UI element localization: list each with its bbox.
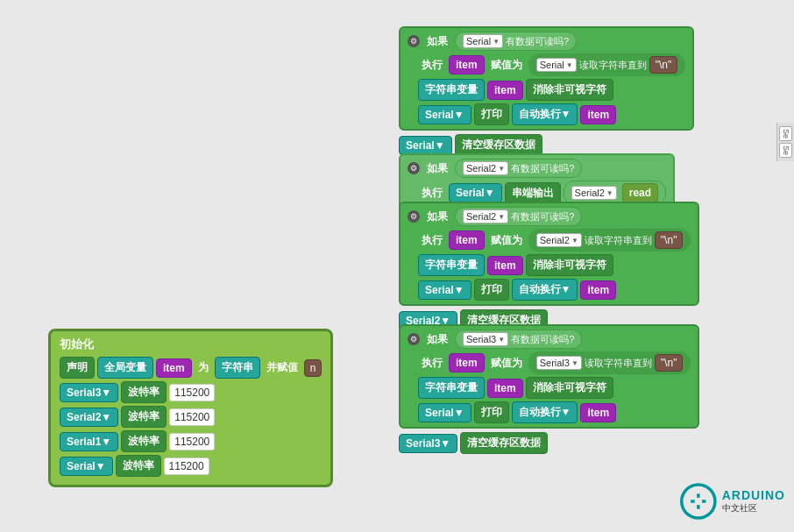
print-label-4: 打印	[474, 401, 509, 423]
if4-print-row: Serial▼ 打印 自动换行▼ item	[418, 401, 691, 423]
global-var-block[interactable]: 全局变量	[97, 357, 153, 379]
if4-condition-text: 有数据可读吗?	[511, 333, 574, 346]
item-assign-3: item	[449, 231, 485, 250]
if1-exec-row: 执行 item 赋值为 Serial 读取字符串直到 "\n"	[418, 53, 685, 76]
str-item-4: item	[487, 379, 523, 398]
if4-condition: Serial3 有数据可读吗?	[455, 330, 582, 349]
read-serial2-3[interactable]: Serial2	[536, 233, 582, 247]
gear-icon-3[interactable]: ⚙	[408, 210, 420, 223]
strip-4: 消除非可视字符	[526, 377, 613, 399]
logo-text: ARDUINO 中文社区	[722, 488, 785, 514]
if3-header: ⚙ 如果 Serial2 有数据可读吗?	[408, 207, 691, 226]
serial1-device[interactable]: Serial1▼	[60, 432, 118, 451]
baud-label-2: 波特率	[121, 406, 167, 428]
str-change-3: 字符串变量	[418, 254, 485, 276]
serial3-device[interactable]: Serial3▼	[60, 383, 118, 402]
print-serial-1[interactable]: Serial▼	[418, 105, 471, 124]
declare-block: 声明	[60, 357, 95, 379]
gear-icon-4[interactable]: ⚙	[408, 333, 420, 345]
if4-str-row: 字符串变量 item 消除非可视字符	[418, 377, 691, 399]
read-serial3-4[interactable]: Serial3	[536, 356, 582, 370]
if4-body: 执行 item 赋值为 Serial3 读取字符串直到 "\n" 字符串变量 i…	[408, 351, 691, 423]
if2-header: ⚙ 如果 Serial2 有数据可读吗?	[408, 159, 666, 178]
serial-row: Serial▼ 波特率 115200	[60, 455, 322, 477]
baud-value: 115200	[164, 458, 209, 475]
read-action-3: 读取字符串直到	[585, 234, 652, 247]
side-panel: Se Se	[776, 123, 794, 161]
if3-print-row: Serial▼ 打印 自动换行▼ item	[418, 279, 691, 301]
read-serial-1[interactable]: Serial	[536, 58, 577, 72]
clear-serial3-4[interactable]: Serial3▼	[399, 434, 457, 453]
if-label-3: 如果	[423, 208, 451, 226]
read-label-2: read	[622, 183, 658, 202]
as-label: 为	[195, 358, 212, 377]
if-block-1: ⚙ 如果 Serial 有数据可读吗? 执行 item 赋值为 Serial 读…	[399, 26, 694, 156]
str-change-4: 字符串变量	[418, 377, 485, 399]
serial-device[interactable]: Serial▼	[60, 457, 113, 476]
if-block-4: ⚙ 如果 Serial3 有数据可读吗? 执行 item 赋值为 Serial3…	[399, 324, 699, 454]
item-assign-1: item	[449, 55, 485, 74]
print-serial-4[interactable]: Serial▼	[418, 403, 471, 422]
serial2-dropdown-2[interactable]: Serial2	[571, 186, 617, 200]
if3-serial-dropdown[interactable]: Serial2	[463, 209, 508, 223]
serial3-row: Serial3▼ 波特率 115200	[60, 381, 322, 403]
auto-nl-1[interactable]: 自动换行▼	[512, 103, 578, 125]
read-action-4: 读取字符串直到	[585, 357, 652, 370]
serial1-row: Serial1▼ 波特率 115200	[60, 430, 322, 452]
assign-text-3: 赋值为	[487, 231, 526, 250]
side-btn-2[interactable]: Se	[779, 143, 792, 158]
clear-label-4: 清空缓存区数据	[460, 432, 548, 454]
svg-point-3	[694, 498, 702, 506]
assign-text-1: 赋值为	[487, 56, 526, 74]
exec-label-1: 执行	[418, 56, 446, 74]
if4-exec-row: 执行 item 赋值为 Serial3 读取字符串直到 "\n"	[418, 351, 691, 374]
gear-icon-1[interactable]: ⚙	[408, 35, 420, 47]
serial2-device[interactable]: Serial2▼	[60, 408, 118, 427]
print-serial-3[interactable]: Serial▼	[418, 280, 471, 300]
auto-nl-3[interactable]: 自动换行▼	[512, 279, 578, 301]
clear-serial-1[interactable]: Serial▼	[399, 136, 452, 155]
item-assign-4: item	[449, 353, 485, 372]
if3-exec-row: 执行 item 赋值为 Serial2 读取字符串直到 "\n"	[418, 229, 691, 252]
if3-condition-text: 有数据可读吗?	[511, 210, 574, 223]
print-item-4: item	[580, 403, 616, 422]
baud-label-3: 波特率	[121, 381, 167, 403]
str-item-3: item	[487, 256, 523, 275]
strip-3: 消除非可视字符	[526, 254, 613, 276]
if-label-4: 如果	[423, 330, 451, 349]
read-condition-4: Serial3 读取字符串直到 "\n"	[528, 351, 691, 374]
if4-clear-row: Serial3▼ 清空缓存区数据	[399, 432, 699, 454]
str-item-1: item	[487, 81, 523, 100]
delimiter-1: "\n"	[649, 56, 678, 74]
baud-value-1: 115200	[169, 433, 215, 450]
if2-serial-dropdown[interactable]: Serial2	[463, 161, 508, 175]
string-type-block[interactable]: 字符串	[215, 357, 260, 379]
gear-icon-2[interactable]: ⚙	[408, 162, 420, 174]
if1-print-row: Serial▼ 打印 自动换行▼ item	[418, 103, 685, 125]
delimiter-4: "\n"	[655, 354, 684, 372]
if4-serial-dropdown[interactable]: Serial3	[463, 332, 508, 346]
if-label-2: 如果	[423, 160, 451, 178]
read-condition-3: Serial2 读取字符串直到 "\n"	[528, 229, 691, 252]
serial-out-2: Serial▼	[449, 183, 502, 202]
read-action-1: 读取字符串直到	[579, 59, 647, 72]
exec-label-2: 执行	[418, 184, 446, 202]
declare-row: 声明 全局变量 item 为 字符串 并赋值 n	[60, 357, 322, 379]
if1-body: 执行 item 赋值为 Serial 读取字符串直到 "\n" 字符串变量 it…	[408, 53, 685, 125]
item-block: item	[156, 358, 192, 378]
serial2-row: Serial2▼ 波特率 115200	[60, 406, 322, 428]
print-label-3: 打印	[474, 279, 509, 301]
if1-serial-dropdown[interactable]: Serial	[463, 34, 503, 48]
print-label-1: 打印	[474, 103, 509, 125]
if3-str-row: 字符串变量 item 消除非可视字符	[418, 254, 691, 276]
if3-body: 执行 item 赋值为 Serial2 读取字符串直到 "\n" 字符串变量 i…	[408, 229, 691, 301]
read-condition-1: Serial 读取字符串直到 "\n"	[528, 53, 686, 76]
delimiter-3: "\n"	[655, 231, 684, 249]
side-btn-1[interactable]: Se	[779, 126, 792, 141]
init-header: 初始化	[60, 337, 322, 352]
init-block: 初始化 声明 全局变量 item 为 字符串 并赋值 n Serial3▼ 波特…	[48, 329, 333, 487]
exec-label-4: 执行	[418, 354, 446, 372]
if-block-3: ⚙ 如果 Serial2 有数据可读吗? 执行 item 赋值为 Serial2…	[399, 202, 699, 331]
n-value: n	[304, 359, 323, 377]
auto-nl-4[interactable]: 自动换行▼	[512, 401, 578, 423]
